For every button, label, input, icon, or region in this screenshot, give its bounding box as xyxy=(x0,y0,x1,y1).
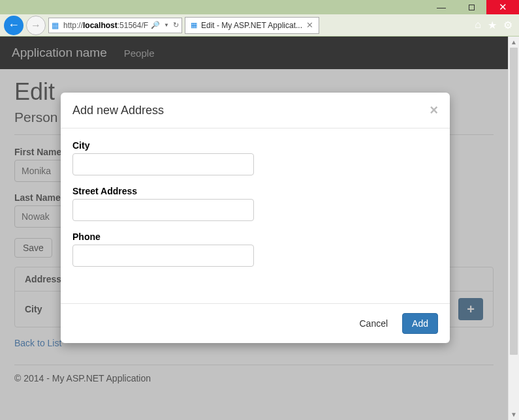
browser-tab[interactable]: ▦ Edit - My ASP.NET Applicat... ✕ xyxy=(185,17,319,34)
url-text: http://localhost:51564/F xyxy=(63,21,148,30)
street-label: Street Address xyxy=(72,186,438,196)
maximize-button[interactable] xyxy=(456,0,486,14)
tab-page-icon: ▦ xyxy=(191,21,197,29)
city-label: City xyxy=(72,140,438,151)
tab-title: Edit - My ASP.NET Applicat... xyxy=(201,21,302,30)
window-close-button[interactable]: ✕ xyxy=(486,0,519,14)
dropdown-icon[interactable]: ▼ xyxy=(164,22,169,28)
minimize-button[interactable]: — xyxy=(426,0,456,14)
scroll-up-icon[interactable]: ▲ xyxy=(509,37,519,48)
add-button-label: Add xyxy=(412,318,428,329)
phone-input[interactable] xyxy=(72,245,254,267)
home-icon[interactable]: ⌂ xyxy=(475,19,481,31)
add-address-modal: Add new Address × City Street Address Ph… xyxy=(61,93,450,343)
forward-button[interactable]: → xyxy=(26,16,46,35)
cancel-button[interactable]: Cancel xyxy=(350,313,397,334)
scroll-thumb[interactable] xyxy=(510,48,518,355)
back-button[interactable]: ← xyxy=(4,16,24,35)
address-bar[interactable]: ▦ http://localhost:51564/F 🔎 ▼ ↻ xyxy=(48,18,182,33)
tab-close-icon[interactable]: ✕ xyxy=(306,20,313,30)
modal-title: Add new Address xyxy=(72,104,164,117)
arrow-right-icon: → xyxy=(31,20,41,31)
modal-close-button[interactable]: × xyxy=(430,103,438,117)
settings-gear-icon[interactable]: ⚙ xyxy=(503,19,512,31)
scroll-down-icon[interactable]: ▼ xyxy=(509,409,519,420)
browser-toolbar: ← → ▦ http://localhost:51564/F 🔎 ▼ ↻ ▦ E… xyxy=(0,14,519,37)
scroll-track[interactable] xyxy=(509,48,519,409)
favorites-icon[interactable]: ★ xyxy=(488,19,497,31)
search-dropdown-icon[interactable]: 🔎 xyxy=(151,21,160,29)
add-button[interactable]: Add xyxy=(402,313,438,334)
city-input[interactable] xyxy=(72,153,254,175)
phone-label: Phone xyxy=(72,232,438,242)
window-titlebar: — ✕ xyxy=(0,0,519,14)
vertical-scrollbar[interactable]: ▲ ▼ xyxy=(508,37,519,420)
refresh-icon[interactable]: ↻ xyxy=(173,21,179,29)
cancel-button-label: Cancel xyxy=(359,318,388,329)
page-icon: ▦ xyxy=(52,21,61,30)
street-input[interactable] xyxy=(72,199,254,221)
arrow-left-icon: ← xyxy=(8,18,20,32)
